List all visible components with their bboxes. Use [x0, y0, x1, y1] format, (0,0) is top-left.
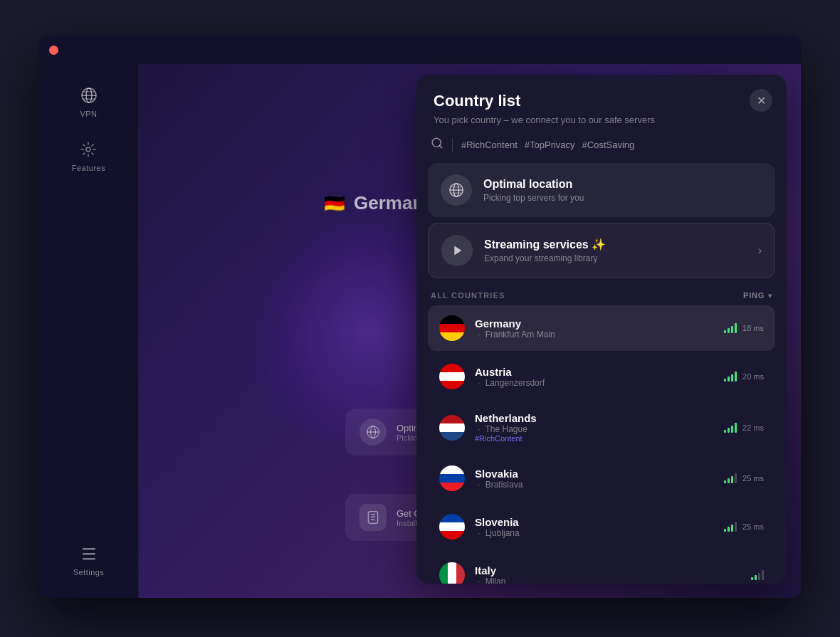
- optimal-location-card[interactable]: Optimal location Picking top servers for…: [428, 163, 775, 217]
- country-city: · Frankfurt Am Main: [475, 330, 714, 339]
- ping-bars: [724, 522, 737, 532]
- signal-bar: [724, 379, 726, 381]
- vpn-icon: [79, 85, 99, 105]
- country-row[interactable]: Slovenia· Ljubljana25 ms: [428, 504, 775, 549]
- streaming-chevron-icon: ›: [758, 244, 762, 257]
- sidebar-item-settings[interactable]: Settings: [73, 544, 105, 577]
- country-list-panel: Country list You pick country – we conne…: [416, 75, 787, 584]
- bg-optimal-icon: [359, 418, 387, 446]
- hashtag-richcontent[interactable]: #RichContent: [461, 138, 518, 152]
- signal-bar: [724, 430, 726, 433]
- ping-sort-button[interactable]: PING ▾: [743, 291, 772, 300]
- country-city: · The Hague: [475, 424, 714, 434]
- signal-bar: [731, 426, 733, 433]
- svg-point-2: [86, 147, 90, 152]
- country-flag: [439, 514, 465, 539]
- ping-info: 20 ms: [724, 372, 764, 381]
- ping-info: 18 ms: [724, 323, 764, 333]
- country-row[interactable]: Italy· Milan: [428, 552, 775, 584]
- ping-ms: 25 ms: [741, 474, 764, 483]
- panel-subtitle: You pick country – we connect you to our…: [434, 115, 770, 125]
- ping-info: 25 ms: [724, 522, 764, 532]
- ping-sort-icon: ▾: [768, 292, 772, 300]
- signal-bar: [728, 328, 730, 333]
- signal-bar: [728, 478, 730, 483]
- ping-info: 22 ms: [724, 423, 764, 433]
- sidebar: VPN Features Settings: [39, 64, 139, 598]
- country-name: Germany: [475, 317, 714, 330]
- sidebar-item-vpn[interactable]: VPN: [79, 85, 99, 118]
- ping-ms: 20 ms: [741, 372, 764, 381]
- country-info: Slovakia· Bratislava: [475, 468, 714, 490]
- country-city: · Bratislava: [475, 480, 714, 490]
- bg-clear-icon: [359, 504, 387, 531]
- signal-bar: [762, 570, 764, 580]
- country-info: Slovenia· Ljubljana: [475, 516, 714, 538]
- svg-rect-8: [368, 512, 377, 524]
- country-name: Italy: [475, 564, 741, 577]
- special-options: Optimal location Picking top servers for…: [416, 163, 787, 285]
- ping-bars: [724, 473, 737, 483]
- country-name: Slovakia: [475, 468, 714, 480]
- sidebar-vpn-label: VPN: [80, 110, 97, 118]
- svg-rect-5: [83, 558, 95, 560]
- app-window: VPN Features Settings: [39, 36, 801, 598]
- country-city: · Ljubljana: [475, 528, 714, 538]
- search-bar: #RichContent #TopPrivacy #CostSaving: [416, 137, 787, 163]
- signal-bar: [735, 323, 737, 333]
- signal-bar: [735, 473, 737, 483]
- signal-bar: [751, 577, 753, 580]
- country-row[interactable]: Netherlands· The Hague#RichContent22 ms: [428, 402, 775, 453]
- settings-icon: [79, 544, 99, 564]
- ping-ms: 22 ms: [741, 423, 764, 432]
- country-flag: [439, 364, 465, 389]
- country-row[interactable]: Slovakia· Bratislava25 ms: [428, 456, 775, 501]
- ping-info: [751, 570, 764, 580]
- country-name: Netherlands: [475, 412, 714, 424]
- signal-bar: [735, 423, 737, 433]
- signal-bar: [724, 480, 726, 483]
- country-row[interactable]: Germany· Frankfurt Am Main18 ms: [428, 305, 775, 351]
- country-info: Germany· Frankfurt Am Main: [475, 317, 714, 339]
- optimal-location-icon: [441, 174, 472, 206]
- search-icon: [431, 137, 443, 153]
- countries-list: Germany· Frankfurt Am Main18 msAustria· …: [416, 305, 787, 584]
- signal-bar: [731, 525, 733, 532]
- sidebar-settings-label: Settings: [73, 568, 105, 577]
- signal-bar: [735, 372, 737, 381]
- country-name: Slovenia: [475, 516, 714, 528]
- countries-header: ALL COUNTRIES PING ▾: [416, 285, 787, 305]
- bg-flag: 🇩🇪: [324, 194, 345, 214]
- close-button[interactable]: ✕: [750, 89, 772, 112]
- signal-bar: [731, 374, 733, 381]
- country-row[interactable]: Austria· Langenzersdorf20 ms: [428, 354, 775, 399]
- svg-marker-12: [454, 246, 461, 256]
- signal-bar: [731, 326, 733, 333]
- country-city: · Milan: [475, 577, 741, 584]
- search-divider: [452, 138, 453, 152]
- optimal-location-sub: Picking top servers for you: [483, 193, 762, 203]
- all-countries-label: ALL COUNTRIES: [431, 291, 505, 300]
- country-name: Austria: [475, 366, 714, 378]
- features-icon: [78, 139, 98, 159]
- ping-label: PING: [743, 291, 765, 300]
- signal-bar: [728, 428, 730, 433]
- hashtag-topprivacy[interactable]: #TopPrivacy: [525, 138, 575, 152]
- svg-rect-3: [83, 548, 95, 550]
- streaming-services-card[interactable]: Streaming services ✨ Expand your streami…: [428, 223, 775, 278]
- country-flag: [439, 415, 465, 441]
- country-flag: [439, 315, 465, 341]
- country-info: Netherlands· The Hague#RichContent: [475, 412, 714, 443]
- streaming-icon: [441, 235, 473, 266]
- ping-ms: 18 ms: [741, 324, 764, 332]
- close-dot[interactable]: [49, 46, 58, 55]
- country-info: Austria· Langenzersdorf: [475, 366, 714, 388]
- sidebar-item-features[interactable]: Features: [72, 139, 105, 172]
- svg-rect-4: [83, 553, 95, 555]
- country-city: · Langenzersdorf: [475, 378, 714, 388]
- signal-bar: [728, 527, 730, 532]
- hashtag-filters: #RichContent #TopPrivacy #CostSaving: [461, 138, 634, 152]
- signal-bar: [724, 529, 726, 532]
- hashtag-costsaving[interactable]: #CostSaving: [582, 138, 635, 152]
- signal-bar: [728, 377, 730, 381]
